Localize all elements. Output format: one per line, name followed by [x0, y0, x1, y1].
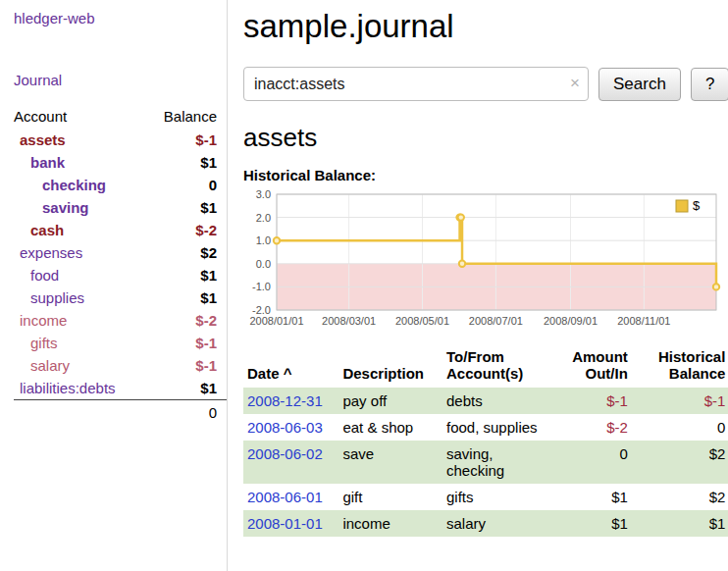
sort-ascending-icon[interactable]: ^ [284, 365, 292, 382]
transactions-table: Date ^ Description To/From Account(s) Am… [243, 346, 728, 537]
search-button[interactable]: Search [598, 68, 681, 101]
transaction-date-link[interactable]: 2008-12-31 [247, 392, 323, 409]
total-row: 0 [14, 400, 227, 426]
transaction-date-link[interactable]: 2008-06-01 [247, 489, 323, 505]
historical-balance-column-header: Historical Balance [632, 346, 728, 388]
account-link[interactable]: income [14, 309, 145, 332]
account-balance: $-1 [145, 332, 227, 354]
accounts-table-header: Account Balance [14, 104, 227, 129]
account-balance: $1 [145, 264, 227, 286]
transaction-row: 2008-06-01 gift gifts $1 $2 [243, 484, 728, 510]
transaction-accounts: saving, checking [442, 441, 554, 484]
transaction-amount: $-1 [554, 388, 632, 414]
svg-text:2.0: 2.0 [256, 212, 271, 224]
svg-text:2008/03/01: 2008/03/01 [322, 315, 376, 327]
transaction-row: 2008-06-02 save saving, checking 0 $2 [243, 441, 728, 484]
transaction-historical-balance: $2 [632, 441, 728, 484]
transaction-description: pay off [338, 388, 442, 414]
svg-text:2008/01/01: 2008/01/01 [249, 315, 303, 327]
svg-text:1.0: 1.0 [256, 234, 271, 246]
account-link[interactable]: checking [14, 174, 145, 196]
transaction-description: gift [338, 484, 442, 510]
account-heading: assets [243, 123, 728, 153]
transaction-accounts: food, supplies [442, 414, 554, 441]
main-content: sample.journal × Search ? assets Histori… [228, 0, 728, 571]
account-row-expenses: expenses $2 [14, 241, 227, 264]
search-box: × [243, 67, 589, 101]
account-row-bank: bank $1 [14, 151, 227, 174]
account-balance: $1 [145, 377, 227, 400]
clear-search-icon[interactable]: × [570, 74, 580, 93]
transaction-row: 2008-01-01 income salary $1 $1 [243, 510, 728, 537]
account-row-cash: cash $-2 [14, 219, 227, 241]
app-title-link[interactable]: hledger-web [14, 10, 227, 26]
svg-text:3.0: 3.0 [256, 189, 271, 200]
transaction-date-link[interactable]: 2008-06-03 [247, 419, 323, 436]
transaction-accounts: debts [442, 388, 554, 414]
balance-chart: 2008/01/012008/03/012008/05/012008/07/01… [243, 189, 722, 329]
accounts-balance-table: Account Balance assets $-1 bank $1 check… [14, 104, 227, 425]
account-link[interactable]: bank [14, 151, 145, 174]
sidebar: hledger-web Journal Account Balance asse… [0, 0, 228, 571]
page-title: sample.journal [243, 8, 728, 45]
svg-text:-2.0: -2.0 [252, 304, 271, 316]
account-link[interactable]: salary [14, 354, 145, 377]
account-link[interactable]: liabilities:debts [14, 377, 145, 400]
date-header-label: Date [247, 365, 280, 382]
account-balance: $1 [145, 196, 227, 219]
account-link[interactable]: gifts [14, 332, 145, 354]
amount-column-header: Amount Out/In [554, 346, 632, 388]
transaction-row: 2008-06-03 eat & shop food, supplies $-2… [243, 414, 728, 441]
account-balance: $-1 [145, 129, 227, 151]
total-balance: 0 [14, 400, 227, 426]
transaction-date-link[interactable]: 2008-01-01 [247, 515, 323, 532]
account-link[interactable]: saving [14, 196, 145, 219]
account-row-assets: assets $-1 [14, 129, 227, 151]
transaction-amount: $1 [554, 510, 632, 537]
transaction-historical-balance: 0 [632, 414, 728, 441]
nav-journal-link[interactable]: Journal [14, 72, 227, 88]
description-column-header: Description [338, 346, 442, 388]
account-balance: $-2 [145, 219, 227, 241]
account-row-salary: salary $-1 [14, 354, 227, 377]
account-link[interactable]: assets [14, 129, 145, 151]
account-row-saving: saving $1 [14, 196, 227, 219]
account-balance: $-1 [145, 354, 227, 377]
search-input[interactable] [243, 67, 589, 101]
account-link[interactable]: supplies [14, 286, 145, 309]
account-link[interactable]: food [14, 264, 145, 286]
account-row-gifts: gifts $-1 [14, 332, 227, 354]
transaction-historical-balance: $1 [632, 510, 728, 537]
account-row-liabilities-debts: liabilities:debts $1 [14, 377, 227, 400]
transaction-description: income [338, 510, 442, 537]
transaction-amount: $1 [554, 484, 632, 510]
balance-column-header: Balance [145, 104, 227, 129]
transaction-amount: 0 [554, 441, 632, 484]
help-button[interactable]: ? [691, 68, 728, 101]
transaction-description: eat & shop [338, 414, 442, 441]
transaction-row: 2008-12-31 pay off debts $-1 $-1 [243, 388, 728, 414]
account-balance: $1 [145, 286, 227, 309]
account-balance: $2 [145, 241, 227, 264]
tofrom-column-header: To/From Account(s) [442, 346, 554, 388]
svg-text:2008/09/01: 2008/09/01 [544, 315, 598, 327]
transactions-table-header: Date ^ Description To/From Account(s) Am… [243, 346, 728, 388]
transaction-date-link[interactable]: 2008-06-02 [247, 445, 323, 462]
transaction-historical-balance: $-1 [632, 388, 728, 414]
svg-text:2008/07/01: 2008/07/01 [469, 315, 523, 327]
account-link[interactable]: cash [14, 219, 145, 241]
account-row-checking: checking 0 [14, 174, 227, 196]
date-column-header[interactable]: Date ^ [243, 346, 338, 388]
account-link[interactable]: expenses [14, 241, 145, 264]
transaction-historical-balance: $2 [632, 484, 728, 510]
account-row-income: income $-2 [14, 309, 227, 332]
svg-text:-1.0: -1.0 [252, 281, 271, 292]
account-row-supplies: supplies $1 [14, 286, 227, 309]
svg-text:$: $ [693, 198, 701, 213]
transaction-accounts: gifts [442, 484, 554, 510]
chart-title: Historical Balance: [243, 167, 728, 183]
svg-text:0.0: 0.0 [256, 258, 271, 270]
search-bar: × Search ? [243, 67, 728, 101]
account-row-food: food $1 [14, 264, 227, 286]
transaction-description: save [338, 441, 442, 484]
